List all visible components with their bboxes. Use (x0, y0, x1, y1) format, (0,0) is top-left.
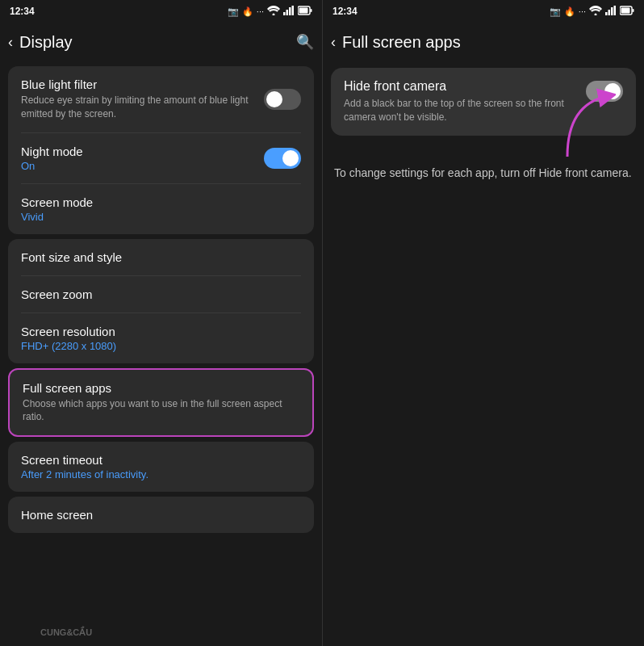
hide-camera-desc: Add a black bar to the top of the screen… (344, 97, 578, 124)
blue-light-title: Blue light filter (21, 78, 264, 91)
svg-rect-7 (311, 9, 312, 12)
screen-mode-title: Screen mode (21, 195, 301, 209)
svg-rect-11 (611, 7, 613, 15)
svg-rect-14 (621, 8, 630, 14)
settings-list: Blue light filter Reduce eye strain by l… (0, 61, 322, 646)
night-mode-item[interactable]: Night mode On (8, 133, 314, 183)
screen-zoom-item[interactable]: Screen zoom (8, 276, 314, 313)
right-status-icons: 📷 🔥 ··· (550, 6, 634, 17)
right-fire-icon: 🔥 (564, 6, 575, 17)
svg-rect-4 (292, 6, 295, 15)
right-content: Hide front camera Add a black bar to the… (323, 61, 644, 646)
svg-rect-9 (605, 12, 608, 15)
wifi-icon (267, 6, 280, 17)
right-dots-icon: ··· (579, 6, 586, 16)
svg-point-0 (273, 14, 275, 16)
night-mode-toggle[interactable] (264, 148, 301, 169)
screen-resolution-title: Screen resolution (21, 325, 301, 338)
screen-zoom-title: Screen zoom (21, 287, 92, 301)
night-mode-title: Night mode (21, 145, 264, 158)
right-top-bar: ‹ Full screen apps (323, 23, 644, 61)
night-mode-sub: On (21, 160, 264, 172)
font-size-item[interactable]: Font size and style (8, 239, 314, 275)
watermark: CUNG&CẦU (40, 627, 92, 638)
search-button[interactable]: 🔍 (296, 33, 314, 51)
svg-rect-10 (608, 10, 611, 15)
screen-resolution-sub: FHD+ (2280 x 1080) (21, 340, 301, 352)
section-1-card: Blue light filter Reduce eye strain by l… (8, 66, 314, 234)
left-top-bar: ‹ Display 🔍 (0, 23, 322, 61)
full-screen-apps-title: Full screen apps (23, 381, 299, 395)
arrow-svg (559, 88, 616, 161)
right-page-title: Full screen apps (342, 33, 636, 52)
right-status-bar: 12:34 📷 🔥 ··· (323, 0, 644, 23)
left-status-icons: 📷 🔥 ··· (228, 6, 312, 17)
back-button[interactable]: ‹ (8, 34, 13, 51)
signal-icon (283, 6, 295, 17)
screen-mode-item[interactable]: Screen mode Vivid (8, 184, 314, 234)
blue-light-toggle[interactable] (264, 89, 301, 110)
full-screen-apps-desc: Choose which apps you want to use in the… (23, 397, 299, 425)
svg-rect-2 (286, 10, 289, 15)
screen-timeout-title: Screen timeout (21, 453, 301, 467)
right-status-time: 12:34 (332, 6, 358, 17)
left-status-bar: 12:34 📷 🔥 ··· (0, 0, 322, 23)
right-panel: 12:34 📷 🔥 ··· (322, 0, 644, 646)
svg-rect-3 (289, 7, 291, 15)
right-camera-icon: 📷 (550, 6, 561, 17)
fire-icon: 🔥 (242, 6, 253, 17)
svg-rect-6 (299, 8, 308, 14)
dots-icon: ··· (257, 6, 264, 16)
home-screen-title: Home screen (21, 508, 93, 522)
blue-light-filter-item[interactable]: Blue light filter Reduce eye strain by l… (8, 66, 314, 132)
arrow-area (331, 149, 636, 165)
svg-rect-15 (633, 9, 634, 12)
section-4-card: Screen timeout After 2 minutes of inacti… (8, 442, 314, 492)
right-wifi-icon (589, 6, 602, 17)
svg-rect-1 (283, 12, 286, 15)
home-screen-item[interactable]: Home screen (8, 497, 314, 533)
screen-mode-sub: Vivid (21, 211, 301, 223)
screen-timeout-item[interactable]: Screen timeout After 2 minutes of inacti… (8, 442, 314, 492)
section-5-card: Home screen (8, 497, 314, 533)
screen-resolution-item[interactable]: Screen resolution FHD+ (2280 x 1080) (8, 313, 314, 363)
left-panel: 12:34 📷 🔥 ··· (0, 0, 322, 646)
full-screen-apps-item[interactable]: Full screen apps Choose which apps you w… (10, 370, 312, 436)
svg-point-8 (595, 14, 597, 16)
right-battery-icon (620, 6, 634, 17)
hide-camera-title: Hide front camera (344, 79, 578, 94)
svg-rect-12 (614, 6, 617, 15)
page-title: Display (19, 33, 296, 52)
right-signal-icon (605, 6, 617, 17)
blue-light-desc: Reduce eye strain by limiting the amount… (21, 94, 264, 121)
section-2-card: Font size and style Screen zoom Screen r… (8, 239, 314, 363)
screen-timeout-sub: After 2 minutes of inactivity. (21, 468, 301, 480)
left-status-time: 12:34 (10, 6, 35, 17)
font-size-title: Font size and style (21, 250, 122, 264)
right-back-button[interactable]: ‹ (331, 34, 336, 51)
section-3-card: Full screen apps Choose which apps you w… (8, 368, 314, 438)
camera-icon: 📷 (228, 6, 239, 17)
battery-icon (298, 6, 312, 17)
change-settings-text: To change settings for each app, turn of… (331, 165, 636, 182)
